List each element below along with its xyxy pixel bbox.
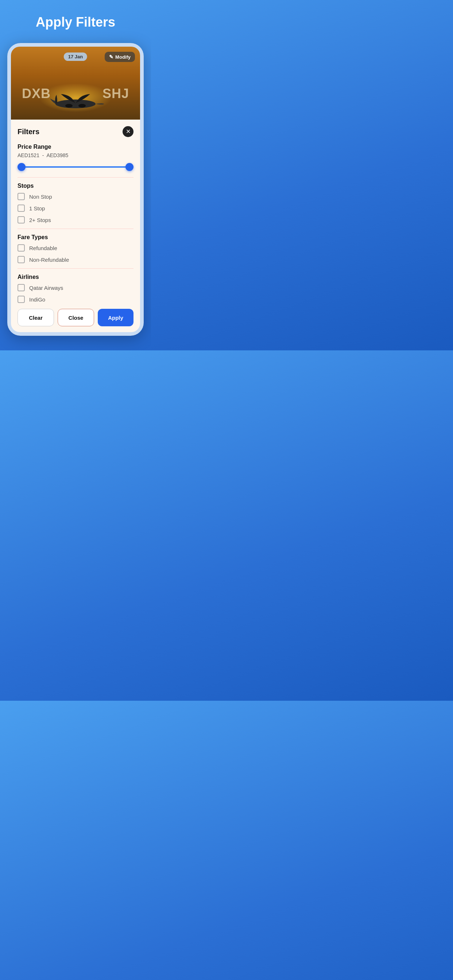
svg-point-2 [78, 104, 86, 108]
airline-qatar-checkbox[interactable] [18, 284, 25, 291]
airline-qatar-label: Qatar Airways [29, 285, 63, 291]
fare-non-refundable-checkbox[interactable] [18, 256, 25, 263]
apply-button[interactable]: Apply [98, 309, 134, 326]
airlines-label: Airlines [18, 274, 134, 280]
destination-code: SHJ [102, 86, 129, 101]
hero-section: 17 Jan ✎ Modify DXB SHJ [11, 47, 140, 119]
clear-button[interactable]: Clear [18, 309, 54, 326]
date-badge: 17 Jan [64, 52, 87, 61]
divider-3 [18, 268, 134, 269]
airline-indigo-item[interactable]: IndiGo [18, 296, 134, 303]
page-title: Apply Filters [36, 14, 115, 30]
close-button[interactable]: ✕ [123, 126, 134, 137]
phone-card: 17 Jan ✎ Modify DXB SHJ [7, 43, 144, 336]
modify-label: Modify [115, 54, 131, 60]
stops-non-stop-item[interactable]: Non Stop [18, 193, 134, 200]
price-separator: - [42, 153, 44, 158]
airline-indigo-checkbox[interactable] [18, 296, 25, 303]
filter-header: Filters ✕ [18, 126, 134, 137]
button-row: Clear Close Apply [18, 309, 134, 326]
fare-non-refundable-label: Non-Refundable [29, 257, 69, 263]
fare-refundable-item[interactable]: Refundable [18, 244, 134, 251]
filters-title: Filters [18, 127, 39, 136]
stops-one-stop-checkbox[interactable] [18, 205, 25, 212]
price-max: AED3985 [46, 153, 68, 158]
slider-track [18, 166, 134, 168]
price-range-slider[interactable] [18, 162, 134, 172]
filter-panel: Filters ✕ Price Range AED1521 - AED3985 … [11, 119, 140, 332]
plane-icon [46, 88, 105, 117]
stops-label: Stops [18, 183, 134, 189]
price-range-values: AED1521 - AED3985 [18, 153, 134, 158]
close-filter-button[interactable]: Close [57, 309, 94, 326]
slider-thumb-right[interactable] [126, 163, 134, 171]
stops-one-stop-item[interactable]: 1 Stop [18, 205, 134, 212]
modify-icon: ✎ [109, 54, 113, 60]
stops-two-plus-item[interactable]: 2+ Stops [18, 216, 134, 223]
airline-qatar-item[interactable]: Qatar Airways [18, 284, 134, 291]
fare-refundable-checkbox[interactable] [18, 244, 25, 251]
stops-non-stop-label: Non Stop [29, 194, 52, 200]
divider-1 [18, 177, 134, 178]
fare-non-refundable-item[interactable]: Non-Refundable [18, 256, 134, 263]
stops-non-stop-checkbox[interactable] [18, 193, 25, 200]
price-min: AED1521 [18, 153, 39, 158]
price-range-label: Price Range [18, 144, 134, 150]
fare-types-label: Fare Types [18, 234, 134, 240]
modify-button[interactable]: ✎ Modify [105, 52, 135, 62]
stops-one-stop-label: 1 Stop [29, 205, 45, 212]
svg-point-1 [65, 104, 73, 108]
fare-refundable-label: Refundable [29, 245, 57, 251]
airline-indigo-label: IndiGo [29, 296, 45, 302]
divider-2 [18, 229, 134, 229]
stops-two-plus-label: 2+ Stops [29, 217, 51, 223]
stops-two-plus-checkbox[interactable] [18, 216, 25, 223]
slider-thumb-left[interactable] [18, 163, 26, 171]
